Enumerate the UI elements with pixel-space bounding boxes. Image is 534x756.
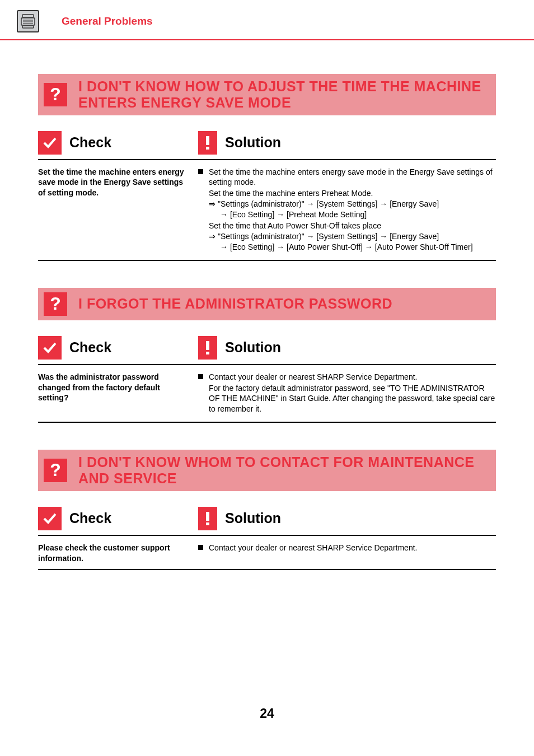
solution-label: Solution [225,339,281,356]
question-icon: ? [44,459,67,482]
problem-title: I DON'T KNOW HOW TO ADJUST THE TIME THE … [78,78,489,111]
svg-rect-9 [206,352,209,354]
problem-block: ? I DON'T KNOW WHOM TO CONTACT FOR MAINT… [38,450,496,570]
question-icon: ? [44,83,67,106]
svg-rect-6 [206,136,209,145]
problem-title: I DON'T KNOW WHOM TO CONTACT FOR MAINTEN… [78,454,489,487]
check-label: Check [69,339,111,356]
solution-text: Contact your dealer or nearest SHARP Ser… [198,543,496,564]
check-text: Please check the customer support inform… [38,543,198,564]
solution-sub: For the factory default administrator pa… [209,383,496,415]
problem-title: I FORGOT THE ADMINISTRATOR PASSWORD [78,296,392,312]
check-text: Was the administrator password changed f… [38,372,198,417]
problem-banner: ? I DON'T KNOW HOW TO ADJUST THE TIME TH… [38,74,496,115]
solution-icon [198,131,217,155]
check-icon [38,336,62,360]
solution-text: Set the time the machine enters energy s… [198,167,496,254]
svg-rect-0 [22,15,34,17]
check-text: Set the time the machine enters energy s… [38,167,198,254]
nav-path: "Settings (administrator)" → [System Set… [218,199,439,209]
solution-label: Solution [225,134,281,151]
check-solution-header: Check Solution [38,507,496,536]
check-solution-header: Check Solution [38,336,496,365]
solution-label: Solution [225,510,281,526]
svg-rect-11 [206,522,209,525]
machine-icon [17,10,39,32]
svg-rect-7 [206,147,209,150]
solution-icon [198,336,217,360]
check-solution-header: Check Solution [38,131,496,160]
problem-block: ? I DON'T KNOW HOW TO ADJUST THE TIME TH… [38,74,496,261]
svg-rect-2 [22,26,34,28]
nav-path: "Settings (administrator)" → [System Set… [218,231,439,242]
page-number: 24 [0,706,534,721]
problem-banner: ? I FORGOT THE ADMINISTRATOR PASSWORD [38,288,496,320]
check-label: Check [69,510,111,526]
svg-rect-8 [206,341,209,350]
check-solution-body: Was the administrator password changed f… [38,365,496,423]
solution-main: Contact your dealer or nearest SHARP Ser… [209,543,496,553]
arrow-icon: ⇒ [209,199,216,209]
page-header: General Problems [0,0,534,40]
solution-text: Contact your dealer or nearest SHARP Ser… [198,372,496,417]
bullet-icon [198,545,203,550]
arrow-icon: ⇒ [209,231,216,242]
nav-path-cont: → [Eco Setting] → [Auto Power Shut-Off] … [209,242,496,253]
bullet-icon [198,169,203,174]
problem-block: ? I FORGOT THE ADMINISTRATOR PASSWORD Ch… [38,288,496,423]
check-label: Check [69,134,111,151]
svg-rect-10 [206,512,209,521]
solution-main: Set the time the machine enters energy s… [209,167,496,188]
content-area: ? I DON'T KNOW HOW TO ADJUST THE TIME TH… [0,40,534,570]
problem-banner: ? I DON'T KNOW WHOM TO CONTACT FOR MAINT… [38,450,496,491]
check-icon [38,507,62,530]
check-icon [38,131,62,155]
question-icon: ? [44,292,67,316]
solution-icon [198,507,217,530]
solution-sub: Set the time the machine enters Preheat … [209,188,496,199]
bullet-icon [198,374,203,379]
check-solution-body: Set the time the machine enters energy s… [38,160,496,261]
nav-path-cont: → [Eco Setting] → [Preheat Mode Setting] [209,209,496,220]
header-title: General Problems [62,15,153,27]
solution-main: Contact your dealer or nearest SHARP Ser… [209,372,496,382]
solution-sub: Set the time that Auto Power Shut-Off ta… [209,221,496,231]
check-solution-body: Please check the customer support inform… [38,536,496,571]
